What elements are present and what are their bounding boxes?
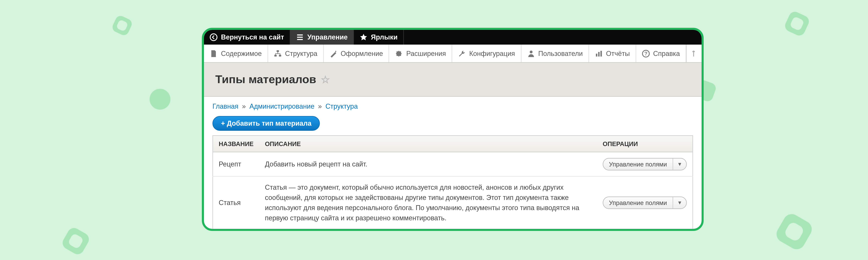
page-header: Типы материалов ☆ [204, 63, 702, 97]
breadcrumb-separator: » [318, 102, 322, 110]
svg-rect-6 [596, 53, 597, 56]
breadcrumb-structure[interactable]: Структура [326, 102, 358, 110]
svg-rect-3 [279, 54, 281, 56]
admin-toolbar: Содержимое Структура Оформление Расширен… [204, 45, 702, 63]
star-icon [360, 33, 368, 41]
toolbar-reports[interactable]: Отчёты [589, 45, 636, 62]
row-operations: Управление полями▼ [597, 229, 693, 231]
operations-dropbutton: Управление полями▼ [603, 196, 687, 209]
breadcrumb-separator: » [242, 102, 246, 110]
manage-fields-button[interactable]: Управление полями [603, 197, 673, 209]
hierarchy-icon [274, 49, 282, 58]
add-content-type-button[interactable]: + Добавить тип материала [213, 116, 320, 131]
toolbar-extend-label: Расширения [406, 49, 446, 58]
toolbar-config-label: Конфигурация [469, 49, 515, 58]
row-operations: Управление полями▼ [597, 152, 693, 177]
toolbar-content[interactable]: Содержимое [204, 45, 268, 62]
toolbar-appearance-label: Оформление [341, 49, 383, 58]
toolbar-help[interactable]: ? Справка [636, 45, 686, 62]
toolbar-help-label: Справка [653, 49, 680, 58]
col-description: ОПИСАНИЕ [259, 136, 597, 152]
content-types-table: НАЗВАНИЕ ОПИСАНИЕ ОПЕРАЦИИ РецептДобавит… [213, 135, 693, 231]
toolbar-config[interactable]: Конфигурация [452, 45, 521, 62]
toolbar-content-label: Содержимое [221, 49, 262, 58]
row-operations: Управление полями▼ [597, 177, 693, 229]
toolbar-people-label: Пользователи [538, 49, 583, 58]
back-to-site[interactable]: Вернуться на сайт [204, 30, 290, 45]
back-label: Вернуться на сайт [221, 33, 284, 41]
row-description: Добавить новый рецепт на сайт. [259, 152, 597, 177]
wand-icon [329, 49, 337, 58]
dropbutton-toggle[interactable]: ▼ [673, 158, 686, 170]
person-icon [527, 49, 535, 58]
help-icon: ? [642, 49, 650, 58]
hamburger-icon [296, 33, 304, 41]
toolbar-orientation-toggle[interactable] [686, 45, 704, 62]
row-name: Страница [213, 229, 259, 231]
table-row: РецептДобавить новый рецепт на сайт.Упра… [213, 152, 693, 177]
dropbutton-toggle[interactable]: ▼ [673, 197, 686, 209]
row-name: Рецепт [213, 152, 259, 177]
toolbar-structure-label: Структура [285, 49, 317, 58]
svg-point-4 [335, 51, 336, 52]
breadcrumb-admin[interactable]: Администрирование [249, 102, 314, 110]
row-description: Страница — это документ, который использ… [259, 229, 597, 231]
page-title-text: Типы материалов [215, 73, 316, 86]
col-operations: ОПЕРАЦИИ [597, 136, 693, 152]
row-name: Статья [213, 177, 259, 229]
svg-point-5 [529, 50, 532, 53]
wrench-icon [458, 49, 466, 58]
toolbar-appearance[interactable]: Оформление [323, 45, 389, 62]
toolbar-people[interactable]: Пользователи [521, 45, 589, 62]
col-name: НАЗВАНИЕ [213, 136, 259, 152]
manage-label: Управление [307, 33, 348, 41]
admin-window: Вернуться на сайт Управление Ярлыки Соде… [202, 28, 704, 231]
favorite-star-icon[interactable]: ☆ [321, 73, 330, 86]
svg-point-0 [210, 34, 217, 41]
svg-text:?: ? [644, 51, 647, 56]
svg-rect-2 [274, 54, 276, 56]
toolbar-extend[interactable]: Расширения [389, 45, 452, 62]
table-row: СтатьяСтатья — это документ, который обы… [213, 177, 693, 229]
svg-rect-1 [276, 50, 279, 52]
table-row: СтраницаСтраница — это документ, который… [213, 229, 693, 231]
manage-toggle[interactable]: Управление [290, 30, 354, 45]
toolbar-structure[interactable]: Структура [268, 45, 323, 62]
toolbar-reports-label: Отчёты [606, 49, 630, 58]
bars-icon [595, 49, 603, 58]
shortcuts-toggle[interactable]: Ярлыки [354, 30, 404, 45]
puzzle-icon [395, 49, 403, 58]
topbar: Вернуться на сайт Управление Ярлыки [204, 30, 702, 45]
manage-fields-button[interactable]: Управление полями [603, 158, 673, 170]
back-icon [210, 33, 218, 41]
operations-dropbutton: Управление полями▼ [603, 158, 687, 171]
file-icon [210, 49, 218, 58]
breadcrumb: Главная » Администрирование » Структура [213, 102, 693, 110]
content-area: Главная » Администрирование » Структура … [204, 97, 702, 231]
page-title: Типы материалов ☆ [215, 73, 690, 86]
row-description: Статья — это документ, который обычно ис… [259, 177, 597, 229]
breadcrumb-home[interactable]: Главная [213, 102, 239, 110]
shortcuts-label: Ярлыки [371, 33, 398, 41]
svg-rect-7 [598, 52, 600, 56]
svg-rect-8 [600, 51, 602, 56]
